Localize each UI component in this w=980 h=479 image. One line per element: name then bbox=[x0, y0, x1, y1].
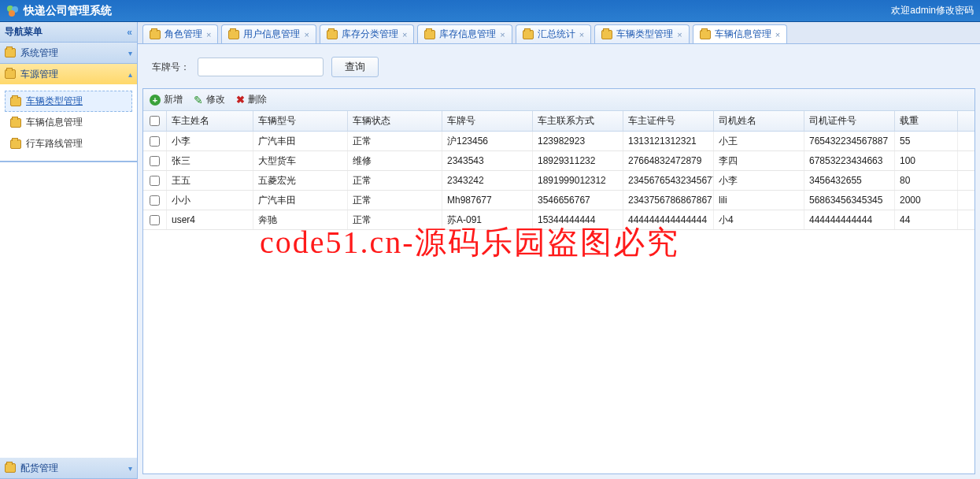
grid-toolbar: +新增 ✎修改 ✖删除 bbox=[143, 89, 974, 111]
tab-role[interactable]: 角色管理× bbox=[142, 24, 218, 43]
close-icon[interactable]: × bbox=[402, 30, 407, 39]
topbar: 快递公司管理系统 欢迎admin修改密码 bbox=[0, 0, 980, 22]
edit-button[interactable]: ✎修改 bbox=[194, 93, 225, 106]
collapse-icon[interactable]: « bbox=[127, 27, 132, 38]
cell: 小李 bbox=[714, 171, 804, 190]
cell: 444444444444444 bbox=[623, 210, 714, 229]
cell: 小李 bbox=[167, 132, 253, 150]
table-row[interactable]: 王五五菱宏光正常23432421891999012312234567654323… bbox=[143, 171, 974, 191]
chevron-down-icon: ▾ bbox=[128, 464, 132, 473]
grid: +新增 ✎修改 ✖删除 车主姓名 车辆型号 车辆状态 车牌号 车主联系方式 车主… bbox=[142, 88, 975, 474]
cell: 80 bbox=[895, 171, 958, 190]
close-icon[interactable]: × bbox=[775, 30, 780, 39]
cell: 维修 bbox=[348, 151, 442, 170]
cell: 123982923 bbox=[533, 132, 623, 150]
col-load[interactable]: 载重 bbox=[895, 111, 958, 131]
col-owner[interactable]: 车主姓名 bbox=[167, 111, 253, 131]
col-driverid[interactable]: 司机证件号 bbox=[804, 111, 895, 131]
delete-icon: ✖ bbox=[236, 94, 245, 106]
search-label: 车牌号： bbox=[152, 61, 190, 74]
cell: 大型货车 bbox=[253, 151, 348, 170]
close-icon[interactable]: × bbox=[579, 30, 584, 39]
sidebar-item-route[interactable]: 行车路线管理 bbox=[5, 133, 132, 154]
table-row[interactable]: user4奔驰正常苏A-0911534444444444444444444444… bbox=[143, 210, 974, 230]
cell: 正常 bbox=[348, 132, 442, 150]
chevron-up-icon: ▴ bbox=[128, 70, 132, 79]
sidebar-title: 导航菜单 bbox=[5, 25, 43, 39]
add-button[interactable]: +新增 bbox=[150, 93, 183, 106]
accordion-system[interactable]: 系统管理 ▾ bbox=[0, 43, 137, 63]
sidebar: 导航菜单 « 系统管理 ▾ 车源管理 ▴ 车辆类型管理 车辆信息管理 行车路线管… bbox=[0, 22, 138, 479]
tab-user[interactable]: 用户信息管理× bbox=[221, 24, 316, 43]
welcome-text[interactable]: 欢迎admin修改密码 bbox=[891, 4, 974, 17]
tab-stock-cat[interactable]: 库存分类管理× bbox=[320, 24, 414, 43]
folder-icon bbox=[327, 30, 338, 39]
chevron-down-icon: ▾ bbox=[128, 49, 132, 58]
folder-icon bbox=[10, 139, 21, 149]
cell: 444444444444 bbox=[804, 210, 895, 229]
content: 角色管理× 用户信息管理× 库存分类管理× 库存信息管理× 汇总统计× 车辆类型… bbox=[138, 22, 980, 479]
plate-input[interactable] bbox=[198, 58, 324, 76]
cell: 王五 bbox=[167, 171, 253, 190]
accordion-label: 配货管理 bbox=[20, 462, 58, 475]
search-button[interactable]: 查询 bbox=[331, 57, 379, 77]
cell: 小4 bbox=[714, 210, 804, 229]
cell: 55 bbox=[895, 132, 958, 150]
cell: 23456765432345677 bbox=[623, 171, 714, 190]
delete-button[interactable]: ✖删除 bbox=[236, 93, 267, 106]
cell: 小小 bbox=[167, 191, 253, 210]
accordion-label: 车源管理 bbox=[20, 68, 58, 81]
logo-icon bbox=[6, 5, 19, 17]
pencil-icon: ✎ bbox=[194, 94, 203, 106]
col-ownerid[interactable]: 车主证件号 bbox=[623, 111, 714, 131]
col-plate[interactable]: 车牌号 bbox=[442, 111, 533, 131]
accordion-vehicle[interactable]: 车源管理 ▴ bbox=[0, 64, 137, 84]
accordion-label: 系统管理 bbox=[20, 46, 58, 60]
folder-icon bbox=[424, 30, 435, 39]
col-model[interactable]: 车辆型号 bbox=[253, 111, 348, 131]
sidebar-item-vehicle-type[interactable]: 车辆类型管理 bbox=[5, 91, 132, 112]
tab-vehicle-info[interactable]: 车辆信息管理× bbox=[693, 24, 787, 43]
close-icon[interactable]: × bbox=[304, 30, 309, 39]
cell: 苏A-091 bbox=[442, 210, 533, 229]
tab-vehicle-type[interactable]: 车辆类型管理× bbox=[594, 24, 689, 43]
cell: Mh987677 bbox=[442, 191, 533, 210]
cell: 67853223434663 bbox=[804, 151, 895, 170]
plus-icon: + bbox=[150, 95, 161, 106]
accordion-dispatch[interactable]: 配货管理 ▾ bbox=[0, 458, 137, 478]
cell: 广汽丰田 bbox=[253, 132, 348, 150]
cell: 正常 bbox=[348, 191, 442, 210]
row-checkbox[interactable] bbox=[150, 215, 160, 225]
cell: 44 bbox=[895, 210, 958, 229]
close-icon[interactable]: × bbox=[677, 30, 682, 39]
folder-icon bbox=[10, 97, 21, 106]
cell: lili bbox=[714, 191, 804, 210]
col-driver[interactable]: 司机姓名 bbox=[714, 111, 804, 131]
folder-icon bbox=[5, 69, 16, 79]
sidebar-item-vehicle-info[interactable]: 车辆信息管理 bbox=[5, 112, 132, 133]
grid-body: 小李广汽丰田正常沪1234561239829231313121312321小王7… bbox=[143, 132, 974, 230]
tab-stock-info[interactable]: 库存信息管理× bbox=[417, 24, 512, 43]
table-row[interactable]: 张三大型货车维修23435431892931123227664832472879… bbox=[143, 151, 974, 171]
cell: 小王 bbox=[714, 132, 804, 150]
row-checkbox[interactable] bbox=[150, 136, 160, 147]
close-icon[interactable]: × bbox=[206, 30, 211, 39]
cell: 2343543 bbox=[442, 151, 533, 170]
select-all-checkbox[interactable] bbox=[150, 116, 160, 126]
row-checkbox[interactable] bbox=[150, 176, 160, 186]
table-row[interactable]: 小小广汽丰田正常Mh987677354665676723437567868678… bbox=[143, 191, 974, 210]
cell: 1891999012312 bbox=[533, 171, 623, 190]
close-icon[interactable]: × bbox=[500, 30, 505, 39]
row-checkbox[interactable] bbox=[150, 156, 160, 166]
cell: 100 bbox=[895, 151, 958, 170]
folder-icon bbox=[700, 30, 711, 39]
cell: 2000 bbox=[895, 191, 958, 210]
row-checkbox[interactable] bbox=[150, 195, 160, 206]
col-contact[interactable]: 车主联系方式 bbox=[533, 111, 623, 131]
tree-label: 车辆类型管理 bbox=[26, 95, 83, 108]
cell: 李四 bbox=[714, 151, 804, 170]
tab-summary[interactable]: 汇总统计× bbox=[516, 24, 591, 43]
folder-icon bbox=[5, 48, 16, 58]
table-row[interactable]: 小李广汽丰田正常沪1234561239829231313121312321小王7… bbox=[143, 132, 974, 151]
col-status[interactable]: 车辆状态 bbox=[348, 111, 442, 131]
